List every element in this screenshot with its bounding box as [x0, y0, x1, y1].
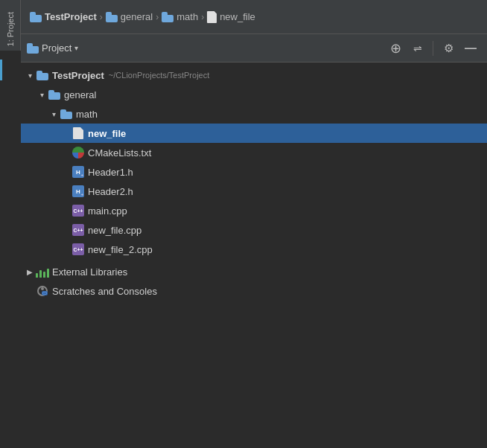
tree-label-new-file-cpp: new_file.cpp	[88, 225, 141, 236]
tree-label-testproject: TestProject	[52, 70, 104, 81]
toolbar-dropdown-arrow[interactable]: ▾	[74, 44, 78, 52]
tree-item-general[interactable]: ▾ general	[21, 85, 487, 104]
tree-subtitle-testproject: ~/CLionProjects/TestProject	[109, 71, 209, 80]
file-tree: ▾ TestProject ~/CLionProjects/TestProjec…	[21, 63, 487, 448]
toolbar-minimize-button[interactable]: —	[460, 38, 481, 59]
sidebar-tab[interactable]: 1: Project	[0, 0, 21, 51]
breadcrumb-chevron-2: ›	[156, 12, 159, 22]
toolbar-project-label: Project	[42, 42, 71, 54]
breadcrumb-general-label: general	[121, 11, 153, 22]
toolbar-settings-button[interactable]: ⚙	[438, 38, 459, 59]
breadcrumb-testproject-label: TestProject	[45, 11, 97, 22]
sidebar-tab-label: 1: Project	[6, 7, 15, 51]
breadcrumb-folder-icon-3	[162, 12, 174, 22]
breadcrumb-new-file-label: new_file	[220, 11, 255, 22]
tree-label-new-file: new_file	[88, 128, 126, 139]
tree-item-main-cpp[interactable]: C++ main.cpp	[21, 201, 487, 220]
tree-item-new-file-cpp[interactable]: C++ new_file.cpp	[21, 220, 487, 240]
tree-label-scratches: Scratches and Consoles	[52, 286, 157, 297]
tree-item-header2[interactable]: H + Header2.h	[21, 182, 487, 201]
tree-cmake-icon	[71, 146, 85, 159]
breadcrumb-general[interactable]: general	[106, 11, 153, 22]
tree-cpp-icon-main: C++	[71, 204, 85, 217]
breadcrumb: TestProject › general › math › new_fil	[21, 0, 487, 34]
breadcrumb-chevron-3: ›	[201, 12, 204, 22]
tree-folder-icon-testproject	[36, 68, 49, 82]
breadcrumb-math-label: math	[176, 11, 198, 22]
tree-label-general: general	[64, 89, 96, 100]
breadcrumb-new-file[interactable]: new_file	[207, 11, 255, 23]
tree-folder-icon-general	[48, 88, 61, 101]
tree-arrow-external: ▶	[24, 266, 36, 278]
breadcrumb-folder-icon-2	[106, 12, 118, 22]
tree-label-header1: Header1.h	[88, 167, 133, 178]
toolbar-filter-button[interactable]: ⇌	[407, 38, 428, 59]
toolbar-folder-icon	[27, 43, 39, 54]
tree-arrow-math: ▾	[48, 108, 60, 120]
tree-header-icon-1: H +	[71, 165, 85, 179]
tree-arrow-general: ▾	[36, 89, 48, 100]
tree-folder-icon-math	[60, 107, 73, 121]
tree-header-icon-2: H +	[71, 185, 85, 198]
tree-item-new-file[interactable]: new_file	[21, 124, 487, 143]
tree-item-scratches[interactable]: ▶ Scratches and Consoles	[21, 281, 487, 301]
tree-scratches-icon	[36, 284, 49, 298]
breadcrumb-math[interactable]: math	[162, 11, 198, 22]
breadcrumb-chevron-1: ›	[100, 12, 103, 22]
toolbar: Project ▾ ⊕ ⇌ ⚙ —	[21, 34, 487, 63]
tree-new-file-icon	[71, 127, 85, 140]
tree-external-icon	[36, 265, 49, 278]
tree-label-cmakelists: CMakeLists.txt	[88, 147, 151, 159]
tree-arrow-testproject: ▾	[24, 69, 36, 81]
tree-item-math[interactable]: ▾ math	[21, 104, 487, 124]
tree-cpp-icon-new-file: C++	[71, 223, 85, 237]
tree-label-header2: Header2.h	[88, 186, 133, 197]
breadcrumb-testproject[interactable]: TestProject	[30, 11, 97, 22]
tree-label-main-cpp: main.cpp	[88, 205, 127, 217]
toolbar-separator	[433, 41, 433, 56]
tree-label-external-libraries: External Libraries	[52, 266, 127, 278]
tree-item-new-file2-cpp[interactable]: C++ new_file_2.cpp	[21, 240, 487, 259]
tree-item-external-libraries[interactable]: ▶ External Libraries	[21, 262, 487, 281]
tree-label-new-file2-cpp: new_file_2.cpp	[88, 244, 153, 255]
tree-item-header1[interactable]: H + Header1.h	[21, 162, 487, 182]
toolbar-left: Project ▾	[27, 42, 383, 54]
tree-arrow-scratches: ▶	[24, 285, 36, 297]
tree-item-cmakelists[interactable]: CMakeLists.txt	[21, 143, 487, 162]
main-panel: TestProject › general › math › new_fil	[21, 0, 487, 448]
breadcrumb-file-icon	[207, 11, 217, 23]
toolbar-add-target-button[interactable]: ⊕	[385, 38, 406, 59]
breadcrumb-folder-icon	[30, 12, 42, 22]
tree-cpp-icon-new-file2: C++	[71, 243, 85, 256]
tree-item-testproject[interactable]: ▾ TestProject ~/CLionProjects/TestProjec…	[21, 65, 487, 85]
tree-label-math: math	[76, 109, 98, 120]
